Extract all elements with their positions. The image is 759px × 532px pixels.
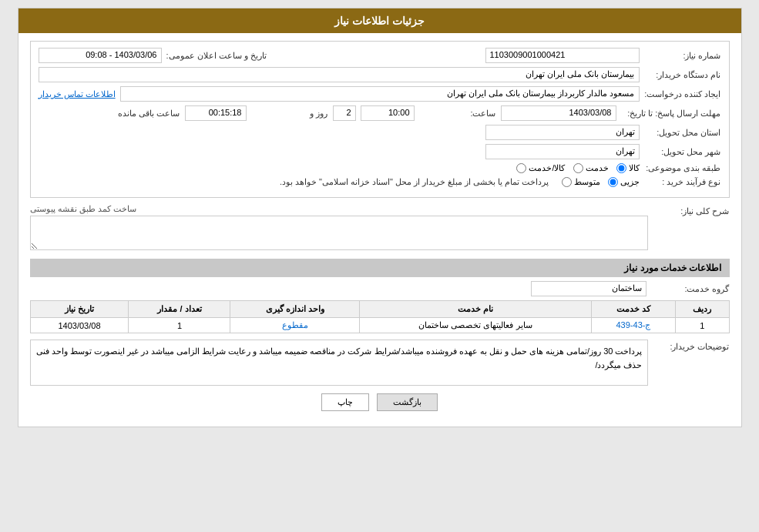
sharh-row: شرح کلی نیاز: ساخت کمد طبق نقشه پیوستی [30, 204, 730, 253]
tabaqe-khadamat-label: خدمت [586, 163, 609, 173]
col-kod: کد خدمت [592, 301, 676, 318]
rooz-label: روز و [251, 109, 328, 119]
buttons-row: بازگشت چاپ [30, 393, 730, 419]
sharh-textarea[interactable] [30, 216, 648, 250]
ettelaat-khadamat-header: اطلاعات خدمات مورد نیاز [30, 259, 730, 277]
saat-mande-value: 00:15:18 [185, 105, 247, 121]
nooe-motavasset-radio[interactable] [562, 177, 572, 187]
tarikh-elan-value: 1403/03/06 - 09:08 [39, 48, 162, 63]
tabaqe-khadamat-radio[interactable] [573, 163, 583, 173]
table-row: 1 ج-43-439 سایر فعالیتهای تخصصی ساختمان … [30, 318, 729, 333]
tabaqe-kala-khadamat-item: کالا/خدمت [516, 163, 565, 173]
shahr-row: شهر محل تحویل: تهران [39, 144, 721, 159]
nam-dastgah-row: نام دستگاه خریدار: بیمارستان بانک ملی ای… [39, 67, 721, 82]
idad-value: مسعود مالدار کاربرداز بیمارستان بانک ملی… [120, 86, 640, 102]
col-unit: واحد اندازه گیری [230, 301, 360, 318]
shomara-value: 1103009001000421 [485, 48, 640, 63]
nooe-note: پرداخت تمام یا بخشی از مبلغ خریدار از مح… [280, 177, 549, 187]
tawzih-label: توضیحات خریدار: [653, 340, 730, 352]
tabaqe-khadamat-item: خدمت [573, 163, 609, 173]
col-date: تاریخ نیاز [30, 301, 129, 318]
page-header: جزئیات اطلاعات نیاز [18, 8, 741, 33]
cell-kod: ج-43-439 [592, 318, 676, 333]
nooe-motavasset-label: متوسط [574, 177, 600, 187]
nam-dastgah-value: بیمارستان بانک ملی ایران تهران [39, 67, 640, 82]
tabaqe-row: طبقه بندی موضوعی: کالا/خدمت خدمت کالا [39, 163, 721, 173]
header-title: جزئیات اطلاعات نیاز [334, 15, 425, 27]
back-button[interactable]: بازگشت [377, 393, 438, 411]
cell-name: سایر فعالیتهای تخصصی ساختمان [359, 318, 591, 333]
col-count: تعداد / مقدار [129, 301, 230, 318]
sharh-helper: ساخت کمد طبق نقشه پیوستی [30, 204, 648, 214]
nooe-motavasset-item: متوسط [562, 177, 600, 187]
saat-mande-label: ساعت باقی مانده [103, 109, 180, 119]
tawzih-row: توضیحات خریدار: پرداخت 30 روز/تمامی هزین… [30, 340, 730, 386]
tarikh-value: 1403/03/08 [501, 105, 616, 121]
shahr-value: تهران [485, 144, 640, 159]
saat-label: ساعت: [419, 109, 496, 119]
cell-unit: مقطوع [230, 318, 360, 333]
nooe-row: نوع فرآیند خرید : متوسط جزیی پرداخت تمام… [39, 177, 721, 187]
print-button[interactable]: چاپ [321, 393, 369, 411]
idad-label: ایجاد کننده درخواست: [644, 89, 721, 99]
col-name: نام خدمت [359, 301, 591, 318]
ettelaat-khadamat-label: اطلاعات خدمات مورد نیاز [624, 263, 721, 273]
tabaqe-kala-khadamat-label: کالا/خدمت [529, 163, 565, 173]
nooe-jozi-label: جزیی [620, 177, 640, 187]
shomara-row: شماره نیاز: 1103009001000421 تاریخ و ساع… [39, 48, 721, 63]
sharh-label: شرح کلی نیاز: [653, 204, 730, 216]
ostan-label: استان محل تحویل: [644, 128, 721, 138]
ostan-value: تهران [485, 125, 640, 140]
ettelaat-tamas-link[interactable]: اطلاعات تماس خریدار [39, 89, 116, 99]
shahr-label: شهر محل تحویل: [644, 147, 721, 157]
gorooh-value: ساختمان [531, 281, 646, 296]
tabaqe-kala-item: کالا [616, 163, 640, 173]
tabaqe-kala-label: کالا [629, 163, 640, 173]
ostan-row: استان محل تحویل: تهران [39, 125, 721, 140]
tarikh-label: مهلت ارسال پاسخ: تا تاریخ: [621, 109, 721, 119]
nooe-jozi-item: جزیی [608, 177, 640, 187]
nooe-radio-group: متوسط جزیی [562, 177, 640, 187]
tabaqe-radio-group: کالا/خدمت خدمت کالا [516, 163, 639, 173]
main-info-section: شماره نیاز: 1103009001000421 تاریخ و ساع… [30, 41, 730, 198]
gorooh-row: گروه خدمت: ساختمان [30, 281, 730, 296]
tabaqe-kala-radio[interactable] [616, 163, 626, 173]
idad-row: ایجاد کننده درخواست: مسعود مالدار کاربرد… [39, 86, 721, 102]
col-radif: ردیف [675, 301, 729, 318]
tarikh-elan-label: تاریخ و ساعت اعلان عمومی: [166, 51, 267, 61]
cell-count: 1 [129, 318, 230, 333]
nam-dastgah-label: نام دستگاه خریدار: [644, 70, 721, 80]
rooz-value: 2 [333, 105, 356, 121]
tabaqe-kala-khadamat-radio[interactable] [516, 163, 526, 173]
cell-date: 1403/03/08 [30, 318, 129, 333]
tabaqe-label: طبقه بندی موضوعی: [644, 163, 721, 173]
cell-radif: 1 [675, 318, 729, 333]
tarikh-row: مهلت ارسال پاسخ: تا تاریخ: 1403/03/08 سا… [39, 105, 721, 121]
shomara-label: شماره نیاز: [644, 51, 721, 61]
tawzih-value: پرداخت 30 روز/تمامی هزینه های حمل و نقل … [30, 340, 648, 386]
sharh-container: ساخت کمد طبق نقشه پیوستی [30, 204, 648, 253]
nooe-jozi-radio[interactable] [608, 177, 618, 187]
nooe-label: نوع فرآیند خرید : [644, 177, 721, 187]
saat-value: 10:00 [361, 105, 415, 121]
gorooh-label: گروه خدمت: [653, 284, 730, 294]
services-table: ردیف کد خدمت نام خدمت واحد اندازه گیری ت… [30, 300, 730, 333]
